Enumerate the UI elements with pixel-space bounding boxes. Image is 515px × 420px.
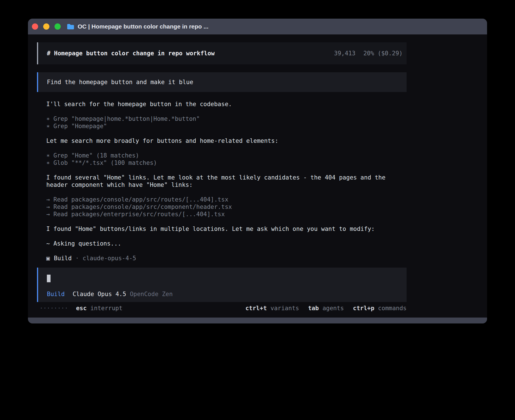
session-stats: 39,413 20% ($0.29) xyxy=(334,50,403,57)
session-header: # Homepage button color change in repo w… xyxy=(37,42,407,64)
status-bar-right: ctrl+t variants tab agents ctrl+p comman… xyxy=(245,305,407,312)
tool-call-group: ∗ Grep "homepage|home.*button|Home.*butt… xyxy=(46,115,403,130)
tool-call-read: → Read packages/console/app/src/routes/[… xyxy=(46,196,403,203)
tool-call-grep: ∗ Grep "homepage|home.*button|Home.*butt… xyxy=(46,115,403,123)
assistant-text: I found "Home" buttons/links in multiple… xyxy=(46,225,403,233)
shortcut-key-ctrl-t: ctrl+t xyxy=(245,305,267,312)
user-message: Find the homepage button and make it blu… xyxy=(37,72,407,92)
window-bottom-edge xyxy=(28,318,487,323)
tool-call-group: → Read packages/console/app/src/routes/[… xyxy=(46,196,403,218)
shortcut-commands: ctrl+p commands xyxy=(353,305,407,312)
agent-status-line: ▣ Build · claude-opus-4-5 xyxy=(46,255,403,262)
tool-call-grep: ∗ Grep "Home" (18 matches) xyxy=(46,152,403,159)
assistant-text: I'll search for the homepage button in t… xyxy=(46,100,403,108)
agent-name: Build xyxy=(54,255,72,262)
tool-call-glob: ∗ Glob "**/*.tsx" (100 matches) xyxy=(46,159,403,167)
shortcut-label-variants: variants xyxy=(270,305,299,312)
shortcut-label-agents: agents xyxy=(322,305,344,312)
input-meta: Build Claude Opus 4.5 OpenCode Zen xyxy=(47,290,407,298)
tool-call-read: → Read packages/console/app/src/componen… xyxy=(46,203,403,211)
folder-icon xyxy=(67,23,74,30)
conversation: I'll search for the homepage button in t… xyxy=(37,100,403,262)
text-cursor xyxy=(47,275,51,282)
assistant-text: Let me search more broadly for buttons a… xyxy=(46,137,403,145)
session-title: # Homepage button color change in repo w… xyxy=(47,50,215,57)
shortcut-variants: ctrl+t variants xyxy=(245,305,299,312)
context-cost: 20% ($0.29) xyxy=(363,50,403,57)
agent-icon: ▣ xyxy=(46,255,50,262)
terminal-window: OC | Homepage button color change in rep… xyxy=(28,19,487,323)
tool-call-group: ∗ Grep "Home" (18 matches) ∗ Glob "**/*.… xyxy=(46,152,403,167)
agent-mode-label[interactable]: Build xyxy=(47,290,65,298)
progress-dots: ········ xyxy=(40,305,68,312)
window-title: OC | Homepage button color change in rep… xyxy=(67,23,208,30)
status-bar-left: ········ esc interrupt xyxy=(37,305,123,312)
token-count: 39,413 xyxy=(334,50,355,57)
assistant-text: I found several "Home" links. Let me loo… xyxy=(46,174,403,189)
shortcut-agents: tab agents xyxy=(308,305,344,312)
window-titlebar[interactable]: OC | Homepage button color change in rep… xyxy=(28,19,487,34)
tool-call-grep: ∗ Grep "Homepage" xyxy=(46,123,403,130)
terminal-body: # Homepage button color change in repo w… xyxy=(28,34,487,318)
shortcut-key-tab: tab xyxy=(308,305,319,312)
separator-dot: · xyxy=(75,255,79,262)
provider-label: OpenCode Zen xyxy=(130,290,173,298)
shortcut-key-esc: esc xyxy=(76,305,87,312)
minimize-button[interactable] xyxy=(43,23,49,30)
tool-call-read: → Read packages/enterprise/src/routes/[.… xyxy=(46,211,403,218)
agent-model: claude-opus-4-5 xyxy=(83,255,136,262)
user-message-text: Find the homepage button and make it blu… xyxy=(47,79,193,86)
prompt-input[interactable]: Build Claude Opus 4.5 OpenCode Zen xyxy=(37,268,407,302)
close-button[interactable] xyxy=(32,23,38,30)
traffic-lights xyxy=(32,23,61,30)
shortcut-label-interrupt: interrupt xyxy=(90,305,123,312)
model-label[interactable]: Claude Opus 4.5 xyxy=(73,290,126,298)
asking-status: ~ Asking questions... xyxy=(46,240,403,247)
shortcut-key-ctrl-p: ctrl+p xyxy=(353,305,374,312)
shortcut-label-commands: commands xyxy=(378,305,407,312)
status-bar: ········ esc interrupt ctrl+t variants t… xyxy=(37,305,407,312)
window-title-text: OC | Homepage button color change in rep… xyxy=(78,23,208,30)
zoom-button[interactable] xyxy=(54,23,61,30)
